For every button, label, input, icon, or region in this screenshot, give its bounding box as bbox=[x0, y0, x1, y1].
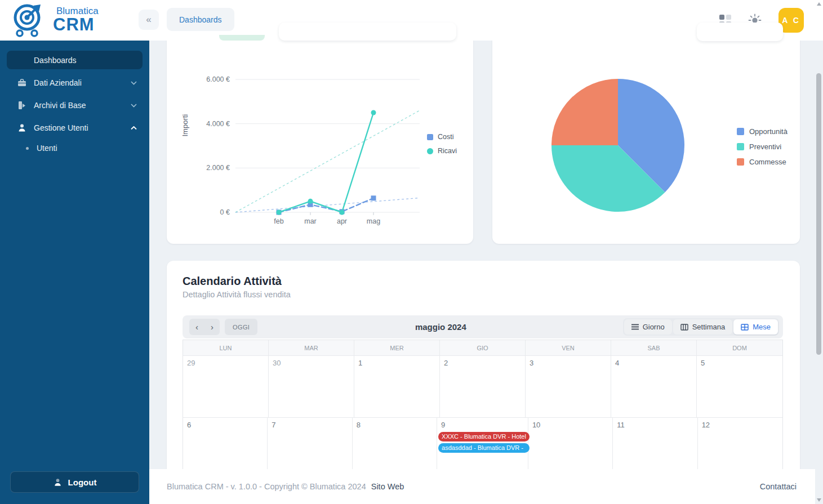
scrollbar-thumb[interactable] bbox=[816, 73, 821, 355]
pie-chart bbox=[550, 78, 686, 215]
calendar-day-header: MER bbox=[354, 340, 440, 355]
brand-logo-icon bbox=[10, 2, 46, 37]
view-day-button[interactable]: Giorno bbox=[624, 319, 672, 334]
sidebar-item-label: Dati Aziendali bbox=[34, 78, 124, 87]
bullet-icon bbox=[26, 147, 29, 150]
legend-item[interactable]: Commesse bbox=[737, 158, 788, 166]
footer-contact-link[interactable]: Contattaci bbox=[760, 482, 797, 491]
calendar-card: Calendario Attività Dettaglio Attività f… bbox=[167, 261, 800, 481]
svg-text:apr: apr bbox=[337, 217, 347, 225]
view-month-label: Mese bbox=[753, 323, 771, 331]
line-chart-legend: CostiRicavi bbox=[427, 133, 457, 155]
calendar-event[interactable]: asdasddad - Blumatica DVR - bbox=[438, 443, 530, 453]
calendar-toolbar: ‹ › OGGI maggio 2024 Giorno Settimana Me… bbox=[183, 315, 783, 338]
view-week-label: Settimana bbox=[692, 323, 726, 331]
sidebar-collapse-button[interactable]: « bbox=[139, 10, 159, 30]
sidebar-item-label: Archivi di Base bbox=[34, 101, 124, 110]
book-icon bbox=[17, 100, 27, 110]
calendar-day-cell[interactable]: 30 bbox=[269, 355, 354, 417]
sidebar-item-dashboards[interactable]: Dashboards bbox=[7, 51, 143, 69]
calendar-day-header: MAR bbox=[269, 340, 354, 355]
logout-label: Logout bbox=[68, 478, 97, 487]
brand-product: CRM bbox=[53, 16, 99, 33]
calendar-grid: LUNMARMERGIOVENSABDOM2930123456789XXXC -… bbox=[183, 340, 783, 480]
calendar-day-header: LUN bbox=[183, 340, 269, 355]
scroll-up-icon[interactable] bbox=[817, 2, 821, 6]
line-chart-card: Importi 0 €2.000 €4.000 €6.000 €febmarap… bbox=[167, 23, 473, 244]
calendar-event[interactable]: XXXC - Blumatica DVR - Hotel bbox=[438, 432, 530, 441]
calendar-day-cell[interactable]: 3 bbox=[526, 355, 611, 417]
header-dashboards-button[interactable]: Dashboards bbox=[167, 8, 234, 31]
calendar-day-number: 11 bbox=[617, 421, 697, 429]
partial-select-left[interactable] bbox=[279, 23, 456, 41]
svg-text:feb: feb bbox=[274, 217, 283, 225]
svg-text:2.000 €: 2.000 € bbox=[206, 164, 230, 172]
sidebar-subitem-utenti[interactable]: Utenti bbox=[26, 144, 143, 153]
calendar-day-cell[interactable]: 4 bbox=[611, 355, 697, 417]
calendar-day-header: DOM bbox=[697, 340, 782, 355]
brand-text: Blumatica CRM bbox=[53, 6, 99, 33]
legend-label: Commesse bbox=[749, 158, 786, 166]
logout-button[interactable]: Logout bbox=[10, 471, 139, 493]
calendar-day-number: 10 bbox=[532, 421, 612, 429]
chevron-down-icon bbox=[131, 79, 137, 87]
svg-text:4.000 €: 4.000 € bbox=[206, 120, 230, 128]
partial-select-right[interactable] bbox=[697, 23, 783, 41]
vertical-scrollbar[interactable] bbox=[815, 0, 823, 504]
calendar-day-header: SAB bbox=[611, 340, 697, 355]
pie-chart-svg bbox=[550, 78, 686, 213]
svg-text:6.000 €: 6.000 € bbox=[206, 75, 230, 83]
logout-person-icon bbox=[53, 478, 63, 487]
calendar-day-number: 5 bbox=[701, 359, 782, 367]
calendar-day-number: 1 bbox=[358, 359, 439, 367]
partial-chip bbox=[219, 35, 265, 41]
sidebar: Dashboards Dati Aziendali Archivi di Bas… bbox=[0, 39, 149, 504]
legend-swatch bbox=[427, 134, 433, 140]
calendar-view-switcher: Giorno Settimana Mese bbox=[623, 318, 779, 336]
pie-chart-card: OpportunitàPreventiviCommesse bbox=[492, 23, 800, 244]
sidebar-item-archivi-di-base[interactable]: Archivi di Base bbox=[7, 96, 143, 114]
line-chart-svg: 0 €2.000 €4.000 €6.000 €febmaraprmag bbox=[186, 70, 451, 231]
legend-swatch bbox=[737, 143, 744, 150]
legend-swatch bbox=[737, 158, 744, 166]
calendar-day-number: 29 bbox=[187, 359, 268, 367]
calendar-prev-button[interactable]: ‹ bbox=[189, 319, 204, 335]
svg-text:0 €: 0 € bbox=[220, 208, 230, 216]
line-chart: 0 €2.000 €4.000 €6.000 €febmaraprmag bbox=[186, 70, 451, 233]
pie-chart-legend: OpportunitàPreventiviCommesse bbox=[737, 127, 788, 166]
calendar-day-cell[interactable]: 1 bbox=[354, 355, 440, 417]
calendar-day-cell[interactable]: 5 bbox=[697, 355, 782, 417]
view-week-button[interactable]: Settimana bbox=[673, 319, 733, 334]
legend-swatch bbox=[737, 128, 744, 135]
calendar-day-number: 6 bbox=[187, 421, 267, 429]
legend-label: Costi bbox=[438, 133, 453, 141]
legend-label: Opportunità bbox=[749, 127, 788, 136]
sidebar-item-label: Gestione Utenti bbox=[34, 123, 124, 132]
app-footer: Blumatica CRM - v. 1.0.0 - Copyright © B… bbox=[149, 469, 815, 504]
sidebar-item-gestione-utenti[interactable]: Gestione Utenti bbox=[7, 118, 143, 137]
calendar-subtitle: Dettaglio Attività flussi vendita bbox=[183, 290, 291, 299]
view-month-button[interactable]: Mese bbox=[733, 319, 778, 334]
svg-text:mag: mag bbox=[367, 217, 380, 225]
calendar-day-cell[interactable]: 2 bbox=[440, 355, 526, 417]
calendar-day-events: XXXC - Blumatica DVR - Hotelasdasddad - … bbox=[438, 432, 528, 453]
legend-label: Preventivi bbox=[749, 142, 781, 151]
sidebar-item-dati-aziendali[interactable]: Dati Aziendali bbox=[7, 73, 143, 92]
legend-item[interactable]: Opportunità bbox=[737, 127, 788, 136]
footer-site-link[interactable]: Sito Web bbox=[371, 482, 404, 491]
legend-item[interactable]: Preventivi bbox=[737, 142, 788, 151]
legend-item[interactable]: Costi bbox=[427, 133, 457, 141]
legend-label: Ricavi bbox=[438, 147, 457, 155]
calendar-next-button[interactable]: › bbox=[204, 319, 220, 335]
chevron-down-icon bbox=[131, 101, 137, 109]
calendar-today-button[interactable]: OGGI bbox=[225, 319, 257, 335]
columns-icon bbox=[680, 324, 688, 331]
footer-copyright: Blumatica CRM - v. 1.0.0 - Copyright © B… bbox=[167, 482, 366, 491]
calendar-week-row: 293012345 bbox=[183, 355, 782, 417]
view-day-label: Giorno bbox=[643, 323, 665, 331]
calendar-day-cell[interactable]: 29 bbox=[183, 355, 269, 417]
legend-item[interactable]: Ricavi bbox=[427, 147, 457, 155]
calendar-day-number: 3 bbox=[530, 359, 611, 367]
scroll-down-icon[interactable] bbox=[817, 498, 821, 502]
brand: Blumatica CRM bbox=[10, 2, 99, 37]
